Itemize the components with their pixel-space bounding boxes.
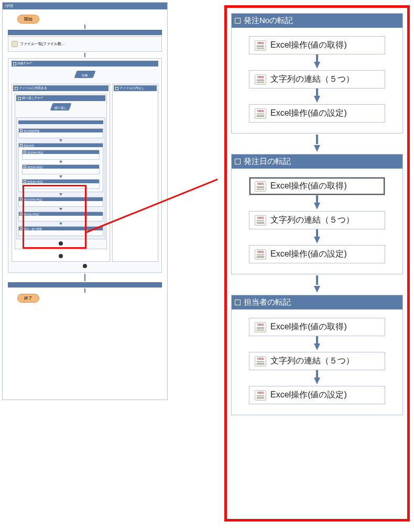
mini-loop-label: 繰り返し bbox=[16, 106, 105, 110]
detail-title-0: 発注Noの転記 bbox=[244, 16, 293, 26]
highlight-box-small bbox=[23, 185, 86, 249]
detail-header-2[interactable]: 担当者の転記 bbox=[232, 295, 402, 309]
vbs-icon bbox=[255, 249, 266, 260]
action-0-1[interactable]: 文字列の連結（５つ） bbox=[249, 70, 385, 88]
vbs-icon bbox=[255, 322, 266, 332]
detail-group-1: 発注日の転記 Excel操作(値の取得) 文字列の連結（５つ） Excel操作(… bbox=[231, 154, 403, 274]
mini-file-list-node[interactable]: ファイル一覧(ファイル数... bbox=[12, 41, 158, 47]
action-0-2[interactable]: Excel操作(値の設定) bbox=[249, 104, 385, 123]
mini-node-c1[interactable]: 発注Noの転記 bbox=[22, 150, 100, 160]
action-label: Excel操作(値の取得) bbox=[270, 181, 347, 192]
action-label: 文字列の連結（５つ） bbox=[270, 215, 354, 226]
vbs-icon bbox=[255, 74, 266, 85]
action-label: Excel操作(値の設定) bbox=[270, 249, 347, 260]
detail-group-0: 発注Noの転記 Excel操作(値の取得) 文字列の連結（５つ） Excel操作… bbox=[231, 13, 403, 134]
vbs-icon bbox=[255, 215, 266, 226]
detail-title-2: 担当者の転記 bbox=[244, 297, 291, 307]
detail-header-1[interactable]: 発注日の転記 bbox=[232, 154, 402, 169]
mini-branch-label: 分岐 bbox=[12, 73, 158, 78]
action-1-1[interactable]: 文字列の連結（５つ） bbox=[249, 211, 385, 229]
collapse-icon[interactable] bbox=[235, 300, 241, 305]
mini-branch-group-label: 分岐ｸﾞﾙｰﾌﾟ bbox=[17, 61, 33, 66]
detail-group-2: 担当者の転記 Excel操作(値の取得) 文字列の連結（５つ） Excel操作(… bbox=[231, 295, 403, 415]
action-0-0[interactable]: Excel操作(値の取得) bbox=[249, 36, 385, 54]
collapse-icon[interactable] bbox=[235, 159, 241, 164]
mini-branch-right: ファイルに内なし bbox=[112, 84, 159, 262]
action-label: Excel操作(値の設定) bbox=[270, 108, 347, 119]
vbs-icon bbox=[255, 181, 266, 192]
start-terminal[interactable]: 開始 bbox=[17, 15, 39, 24]
action-label: Excel操作(値の取得) bbox=[270, 40, 347, 51]
action-2-0[interactable]: Excel操作(値の取得) bbox=[249, 318, 385, 336]
action-label: Excel操作(値の取得) bbox=[270, 322, 347, 332]
detail-title-1: 発注日の転記 bbox=[244, 157, 291, 167]
action-2-1[interactable]: 文字列の連結（５つ） bbox=[249, 352, 385, 370]
mini-node-c2[interactable]: 発注日の転記 bbox=[22, 164, 100, 174]
action-1-2[interactable]: Excel操作(値の設定) bbox=[249, 245, 385, 263]
mini-file-exists-label: ファイルに内容ある bbox=[19, 86, 47, 91]
vbs-icon bbox=[255, 40, 266, 51]
mini-file-empty-label: ファイルに内なし bbox=[119, 86, 145, 91]
mini-body: 開始 ファイル一覧(ファイル数... 分岐ｸﾞﾙｰﾌﾟ 分岐 ファイルに内容ある bbox=[3, 9, 167, 308]
mini-top-bar bbox=[8, 30, 162, 35]
action-2-2[interactable]: Excel操作(値の設定) bbox=[249, 386, 385, 404]
file-icon bbox=[12, 41, 18, 47]
action-label: 文字列の連結（５つ） bbox=[270, 74, 354, 85]
action-1-0[interactable]: Excel操作(値の取得) bbox=[249, 177, 385, 195]
end-terminal[interactable]: 終了 bbox=[17, 294, 39, 303]
mini-bottom-bar bbox=[8, 282, 162, 287]
action-label: 文字列の連結（５つ） bbox=[270, 356, 354, 367]
mini-node-a[interactable]: 発注明細準備 bbox=[18, 128, 103, 138]
vbs-icon bbox=[255, 108, 266, 119]
mini-file-list-label: ファイル一覧(ファイル数... bbox=[20, 41, 64, 47]
vbs-icon bbox=[255, 390, 266, 401]
mini-loop-group-label: 繰り返しｸﾞﾙｰﾌﾟ bbox=[22, 96, 44, 101]
mini-header: ｼﾅﾘｵ bbox=[3, 3, 167, 9]
vbs-icon bbox=[255, 356, 266, 367]
detail-header-0[interactable]: 発注Noの転記 bbox=[232, 14, 402, 28]
action-label: Excel操作(値の設定) bbox=[270, 390, 347, 401]
detail-panel: 発注Noの転記 Excel操作(値の取得) 文字列の連結（５つ） Excel操作… bbox=[224, 5, 410, 522]
collapse-icon[interactable] bbox=[235, 18, 241, 24]
